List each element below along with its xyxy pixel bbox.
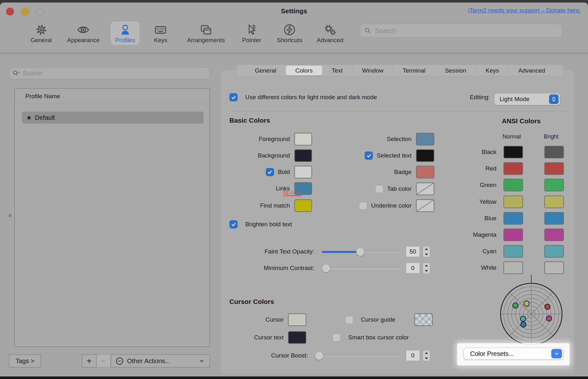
toolbar-item-pointer[interactable]: Pointer: [238, 22, 265, 45]
ansi-row-magenta: Magenta: [444, 228, 564, 241]
cursor-boost-knob[interactable]: [315, 351, 323, 360]
ansi-cyan-bright-swatch[interactable]: [544, 245, 564, 258]
cursor-guide-checkbox[interactable]: [345, 316, 353, 324]
color-row: Selection: [317, 133, 434, 145]
cursor-guide-label: Cursor guide: [361, 316, 395, 323]
cursor-guide-swatch[interactable]: [414, 313, 433, 326]
cursor-text-label: Cursor text: [254, 334, 284, 341]
cursor-boost-slider[interactable]: [315, 355, 401, 357]
tab-advanced[interactable]: Advanced: [509, 65, 555, 76]
checkmark-icon: [231, 95, 236, 100]
tab-general[interactable]: General: [245, 65, 286, 76]
ansi-red-bright-swatch[interactable]: [544, 162, 564, 175]
toolbar-item-label: Arrangements: [187, 37, 225, 44]
selection-swatch[interactable]: [416, 133, 434, 145]
tab-terminal[interactable]: Terminal: [393, 65, 435, 76]
ansi-colors-title: ANSI Colors: [502, 117, 541, 125]
tags-button[interactable]: Tags >: [9, 354, 41, 368]
use-different-colors-checkbox[interactable]: [229, 93, 238, 101]
step-down[interactable]: [423, 252, 430, 257]
step-up[interactable]: [423, 263, 430, 268]
basic-colors-title: Basic Colors: [229, 117, 270, 124]
toolbar-search: [360, 24, 563, 38]
ansi-green-normal-swatch[interactable]: [503, 179, 523, 191]
ansi-green-bright-swatch[interactable]: [544, 179, 564, 191]
step-down[interactable]: [423, 268, 430, 274]
tab-text[interactable]: Text: [322, 65, 352, 76]
ansi-label: White: [444, 264, 496, 271]
other-actions-dropdown[interactable]: Other Actions...: [111, 354, 210, 368]
color-row: Find match: [203, 199, 312, 212]
min-contrast-stepper[interactable]: [423, 263, 430, 274]
smart-box-cursor-checkbox[interactable]: [332, 333, 341, 342]
smart-box-cursor-label: Smart box cursor color: [348, 334, 409, 341]
toolbar-item-shortcuts[interactable]: Shortcuts: [272, 22, 307, 45]
color-presets-dropdown[interactable]: Color Presets...: [463, 348, 564, 360]
tab-color-checkbox[interactable]: [375, 185, 383, 193]
ansi-label: Red: [444, 165, 496, 172]
ansi-yellow-normal-swatch[interactable]: [503, 196, 523, 208]
brighten-bold-label: Brighten bold text: [245, 221, 292, 228]
faint-opacity-value[interactable]: 50: [406, 246, 420, 257]
toolbar-search-input[interactable]: [374, 27, 562, 35]
cursor-colors-title: Cursor Colors: [229, 298, 274, 305]
step-up[interactable]: [423, 247, 430, 252]
ansi-black-bright-swatch[interactable]: [544, 146, 564, 158]
color-presets-label: Color Presets...: [464, 350, 514, 357]
add-profile-button[interactable]: +: [82, 354, 97, 368]
toolbar-item-arrangements[interactable]: Arrangements: [182, 22, 229, 45]
ansi-magenta-bright-swatch[interactable]: [544, 228, 564, 241]
cursor-swatch[interactable]: [288, 313, 306, 326]
min-contrast-knob[interactable]: [322, 264, 330, 273]
foreground-swatch[interactable]: [294, 133, 312, 145]
profile-list: Profile Name ★ Default: [14, 88, 210, 347]
ansi-blue-normal-swatch[interactable]: [503, 212, 523, 225]
faint-opacity-knob[interactable]: [356, 247, 365, 256]
tab-session[interactable]: Session: [435, 65, 476, 76]
ansi-red-normal-swatch[interactable]: [503, 162, 523, 175]
remove-profile-button[interactable]: −: [96, 354, 111, 368]
bold-checkbox[interactable]: [266, 168, 274, 176]
donate-link[interactable]: iTerm2 needs your support – Donate here.: [468, 7, 581, 14]
toolbar-item-advanced[interactable]: Advanced: [312, 22, 348, 45]
background-swatch[interactable]: [294, 149, 312, 162]
min-contrast-value[interactable]: 0: [406, 263, 420, 273]
tab-keys[interactable]: Keys: [476, 65, 508, 76]
profile-search-input[interactable]: [22, 69, 210, 77]
editing-mode-dropdown[interactable]: Light Mode: [494, 93, 560, 105]
profile-row-default[interactable]: ★ Default: [22, 112, 204, 124]
underline-color-checkbox[interactable]: [359, 202, 367, 210]
ansi-white-bright-swatch[interactable]: [544, 261, 564, 274]
color-row: Tab color: [317, 183, 434, 195]
find-match-swatch[interactable]: [294, 199, 312, 212]
cursor-text-swatch[interactable]: [288, 331, 306, 344]
selected-text-swatch[interactable]: [416, 149, 434, 162]
badge-swatch[interactable]: [416, 166, 434, 178]
toolbar-item-profiles[interactable]: Profiles: [111, 22, 139, 45]
selected-text-checkbox[interactable]: [365, 151, 373, 160]
ansi-yellow-bright-swatch[interactable]: [544, 196, 564, 208]
ansi-cyan-normal-swatch[interactable]: [503, 245, 523, 258]
toolbar-item-appearance[interactable]: Appearance: [63, 22, 104, 45]
ansi-magenta-normal-swatch[interactable]: [503, 228, 523, 241]
toolbar-item-keys[interactable]: Keys: [150, 22, 172, 45]
cursor-boost-stepper[interactable]: [423, 350, 430, 361]
underline-color-swatch[interactable]: [416, 199, 434, 212]
wheel-dot-red: [545, 304, 550, 310]
step-up[interactable]: [423, 350, 430, 356]
tab-window[interactable]: Window: [353, 65, 393, 76]
min-contrast-slider[interactable]: [322, 267, 401, 269]
color-row: Foreground: [203, 133, 312, 145]
tab-colors[interactable]: Colors: [286, 66, 322, 75]
brighten-bold-row: Brighten bold text: [229, 218, 297, 231]
ansi-white-normal-swatch[interactable]: [503, 261, 523, 274]
bold-swatch[interactable]: [294, 166, 312, 178]
tab-color-swatch[interactable]: [416, 183, 434, 195]
ansi-blue-bright-swatch[interactable]: [544, 212, 564, 225]
brighten-bold-checkbox[interactable]: [229, 220, 238, 228]
toolbar-item-general[interactable]: General: [26, 22, 56, 45]
step-down[interactable]: [423, 356, 430, 361]
cursor-boost-value[interactable]: 0: [406, 350, 420, 361]
faint-opacity-stepper[interactable]: [423, 246, 430, 257]
ansi-black-normal-swatch[interactable]: [503, 146, 523, 158]
